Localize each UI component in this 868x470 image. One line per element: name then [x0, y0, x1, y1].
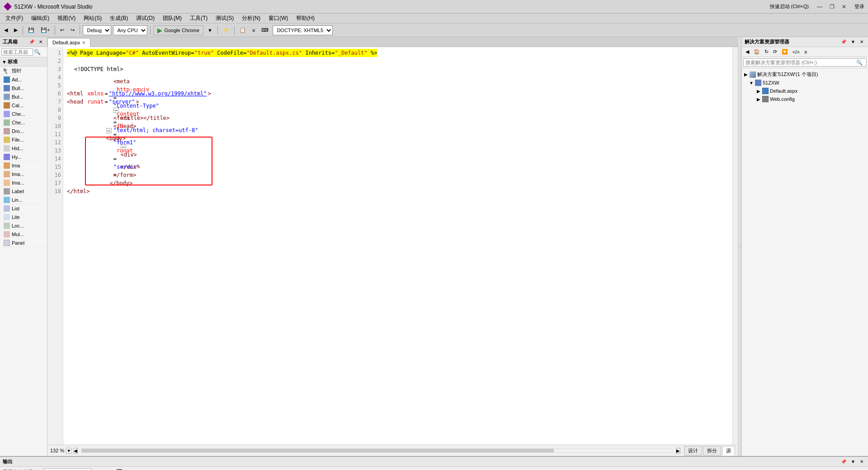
output-pin[interactable]: 📌 — [839, 458, 848, 465]
code-editor-area[interactable]: 1 2 3 4 5 6 7 8 9 10 11 12 13 14 15 16 1… — [47, 47, 738, 445]
output-down[interactable]: ↓ — [104, 467, 111, 470]
se-dropdown[interactable]: ▼ — [849, 38, 857, 45]
tab-default-aspx[interactable]: Default.aspx ✕ — [47, 38, 90, 47]
tree-solution[interactable]: ▶ 解决方案'51ZXW'(1 个项目) — [742, 70, 868, 79]
horizontal-scrollbar[interactable] — [81, 448, 672, 453]
toolbox-item-cal[interactable]: Cal... — [0, 101, 47, 110]
attach-btn[interactable]: ⚡ — [221, 25, 231, 35]
menu-view[interactable]: 视图(V) — [54, 14, 79, 23]
toolbox-item-lite[interactable]: Lite — [0, 213, 47, 222]
collapse-handle[interactable]: ⋮ — [738, 37, 741, 456]
menu-file[interactable]: 文件(F) — [2, 14, 27, 23]
toolbar-save[interactable]: 💾 — [26, 25, 37, 35]
toolbox-close[interactable]: ✕ — [37, 38, 44, 45]
editor-scrollbar[interactable] — [732, 47, 738, 445]
output-source-select[interactable]: 源代码管理 - Git — [43, 468, 92, 470]
toolbox-search-icon[interactable]: 🔍 — [34, 49, 41, 55]
se-refresh[interactable]: ↻ — [763, 48, 770, 56]
indent-btn[interactable]: ≡ — [250, 25, 257, 35]
close-button[interactable]: ✕ — [839, 3, 849, 11]
toolbox-item-pointer[interactable]: 指针 — [0, 66, 47, 76]
toolbar-forward[interactable]: ▶ — [12, 25, 20, 35]
se-sync[interactable]: ⟳ — [771, 48, 779, 56]
toolbox-item-ad[interactable]: Ad... — [0, 76, 47, 84]
zoom-dropdown[interactable]: ▼ — [66, 448, 71, 454]
toolbox-item-file[interactable]: File... — [0, 136, 47, 144]
tree-default-aspx[interactable]: ▶ Default.aspx — [742, 87, 868, 95]
se-properties[interactable]: ≡ — [802, 48, 809, 56]
se-code[interactable]: </> — [791, 48, 802, 56]
toolbox-item-hid[interactable]: Hid... — [0, 144, 47, 153]
minimize-button[interactable]: — — [814, 3, 825, 11]
toolbox-item-loc[interactable]: Loc... — [0, 222, 47, 230]
menu-tools[interactable]: 工具(T) — [186, 14, 211, 23]
tree-web-config[interactable]: ▶ Web.config — [742, 95, 868, 103]
toolbox-item-ima[interactable]: Ima — [0, 161, 47, 170]
split-tab[interactable]: 拆分 — [703, 446, 721, 456]
toolbox-item-hy[interactable]: Hy... — [0, 153, 47, 161]
code-content[interactable]: <%@ Page Language="C#" AutoEventWireup="… — [63, 47, 732, 445]
menu-test[interactable]: 测试(S) — [212, 14, 237, 23]
menu-analyze[interactable]: 分析(N) — [238, 14, 264, 23]
se-home[interactable]: 🏠 — [752, 48, 762, 56]
toolbox-category[interactable]: ▼ 标准 — [0, 57, 47, 66]
aspx-expand-icon[interactable]: ▶ — [756, 89, 761, 94]
toolbar-redo[interactable]: ↪ — [68, 25, 77, 35]
menu-debug[interactable]: 调试(D) — [132, 14, 158, 23]
se-back[interactable]: ◀ — [744, 48, 751, 56]
tree-project[interactable]: ▼ 51ZXW — [742, 79, 868, 87]
toolbox-search-input[interactable] — [1, 48, 33, 56]
platform-select[interactable]: Any CPU — [113, 25, 147, 35]
se-pin[interactable]: 📌 — [839, 38, 848, 45]
menu-website[interactable]: 网站(S) — [80, 14, 105, 23]
toolbar-undo[interactable]: ↩ — [58, 25, 66, 35]
doctype-select[interactable]: DOCTYPE: XHTML5 — [273, 25, 333, 35]
menu-window[interactable]: 窗口(W) — [265, 14, 292, 23]
scroll-left[interactable]: ◀ — [73, 448, 78, 454]
run-button[interactable]: ▶ Google Chrome — [153, 25, 203, 35]
run-dropdown[interactable]: ▼ — [205, 25, 215, 35]
toolbox-item-che[interactable]: Che... — [0, 110, 47, 119]
toolbox-item-ima2[interactable]: Ima... — [0, 170, 47, 179]
restore-button[interactable]: ❐ — [827, 3, 837, 11]
menu-team[interactable]: 团队(M) — [159, 14, 185, 23]
toolbox-item-che2[interactable]: Che... — [0, 119, 47, 127]
toolbar-save-all[interactable]: 💾+ — [38, 25, 52, 35]
toolbox-item-lin[interactable]: Lin... — [0, 196, 47, 204]
quick-launch[interactable]: 快速启动 (Ctrl+Q) — [770, 3, 809, 10]
se-filter[interactable]: 🔽 — [780, 48, 790, 56]
toolbox-item-but[interactable]: But... — [0, 93, 47, 101]
output-dropdown[interactable]: ▼ — [849, 458, 857, 465]
toolbox-item-label[interactable]: Label — [0, 187, 47, 196]
config-expand-icon[interactable]: ▶ — [756, 97, 761, 102]
copy-btn[interactable]: 📋 — [237, 25, 248, 35]
output-refresh[interactable]: ↻ — [139, 467, 147, 470]
collapse-form[interactable]: — — [113, 108, 119, 113]
se-search-icon[interactable]: 🔍 — [856, 60, 863, 66]
tab-close-icon[interactable]: ✕ — [82, 40, 85, 45]
menu-help[interactable]: 帮助(H) — [292, 14, 318, 23]
design-tab[interactable]: 设计 — [684, 446, 702, 456]
solution-expand-icon[interactable]: ▶ — [744, 72, 748, 77]
debug-mode-select[interactable]: Debug — [83, 25, 111, 35]
collapse-div[interactable]: — — [121, 144, 126, 150]
toolbox-item-list[interactable]: List — [0, 204, 47, 213]
source-tab[interactable]: 源 — [722, 446, 735, 456]
output-clear[interactable]: ⬛ — [114, 467, 125, 470]
toolbox-item-bull[interactable]: Bull... — [0, 84, 47, 93]
output-close[interactable]: ✕ — [858, 458, 865, 465]
output-up[interactable]: ↑ — [94, 467, 102, 470]
toolbar-back[interactable]: ◀ — [2, 25, 10, 35]
output-wrap[interactable]: ↵ — [127, 467, 136, 470]
toolbox-item-mul[interactable]: Mul... — [0, 230, 47, 239]
format-btn[interactable]: ⌨ — [259, 25, 271, 35]
project-expand-icon[interactable]: ▼ — [749, 81, 754, 85]
menu-edit[interactable]: 编辑(E) — [28, 14, 53, 23]
menu-build[interactable]: 生成(B) — [106, 14, 132, 23]
se-close[interactable]: ✕ — [858, 38, 865, 45]
se-search-input[interactable] — [743, 58, 867, 66]
scroll-right[interactable]: ▶ — [676, 448, 680, 454]
toolbox-item-panel[interactable]: Panel — [0, 239, 47, 247]
toolbox-item-ima3[interactable]: Ima... — [0, 179, 47, 187]
toolbox-item-dro[interactable]: Dro... — [0, 127, 47, 136]
